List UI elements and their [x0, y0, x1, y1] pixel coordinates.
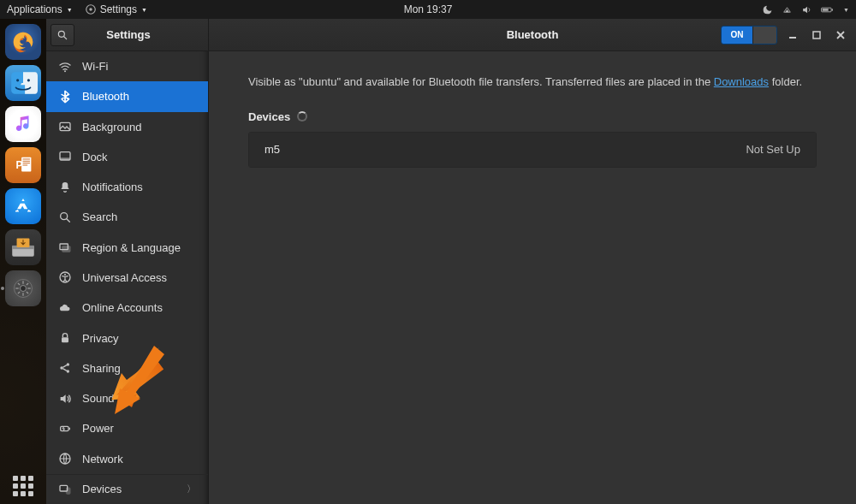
sidebar-item-label: Network — [82, 453, 123, 465]
dock-music[interactable] — [5, 106, 41, 142]
dock-show-applications[interactable] — [5, 468, 41, 504]
sidebar-item-label: Notifications — [82, 181, 143, 193]
bluetooth-description: Visible as "ubuntu" and available for Bl… — [248, 72, 817, 93]
content-pane: Visible as "ubuntu" and available for Bl… — [209, 51, 856, 504]
settings-window: Settings Bluetooth ON Wi-Fi — [46, 19, 856, 504]
bluetooth-icon — [58, 90, 72, 104]
headerbar: Settings Bluetooth ON — [46, 19, 856, 51]
sidebar-item-power[interactable]: Power — [46, 413, 208, 443]
close-button[interactable] — [832, 27, 849, 44]
dock-firefox[interactable] — [5, 24, 41, 60]
devices-heading: Devices — [248, 110, 817, 123]
sidebar-item-label: Online Accounts — [82, 301, 163, 314]
dock-system-installer[interactable] — [5, 229, 41, 265]
svg-rect-44 — [62, 337, 68, 342]
dock-settings[interactable] — [5, 270, 41, 306]
sidebar-item-bluetooth[interactable]: Bluetooth — [46, 81, 208, 111]
dock-app-store[interactable] — [5, 188, 41, 224]
sidebar-item-label: Dock — [82, 151, 108, 163]
active-app-menu[interactable]: Settings ▼ — [85, 3, 147, 15]
system-menu-chevron-icon[interactable]: ▼ — [843, 7, 849, 13]
sidebar-item-network[interactable]: Network — [46, 443, 208, 473]
dock-finder[interactable] — [5, 65, 41, 101]
cloud-icon — [58, 301, 72, 315]
svg-point-43 — [64, 274, 66, 276]
sidebar-item-label: Search — [82, 210, 117, 223]
bell-icon — [58, 181, 72, 194]
sidebar-item-background[interactable]: Background — [46, 112, 208, 142]
background-icon — [58, 120, 72, 133]
svg-rect-11 — [23, 161, 30, 162]
svg-line-29 — [64, 36, 67, 39]
share-icon — [58, 361, 72, 375]
network-indicator-icon[interactable] — [782, 4, 793, 15]
sidebar-item-label: Universal Access — [82, 271, 167, 284]
sidebar-item-sound[interactable]: Sound — [46, 383, 208, 413]
top-panel: Applications ▼ Settings ▼ Mon 19:37 ▼ — [0, 0, 856, 19]
sidebar-item-label: Wi-Fi — [82, 60, 108, 73]
svg-rect-37 — [60, 158, 70, 161]
device-list: m5 Not Set Up — [248, 132, 817, 168]
svg-text:P: P — [16, 159, 23, 171]
toggle-on-label: ON — [722, 27, 752, 44]
sidebar-item-label: Sharing — [82, 362, 121, 375]
sidebar-title: Settings — [74, 28, 208, 41]
scanning-spinner-icon — [297, 111, 307, 122]
minimize-button[interactable] — [784, 27, 801, 44]
sidebar-item-dock[interactable]: Dock — [46, 142, 208, 172]
sidebar-search-button[interactable] — [51, 24, 74, 46]
device-status: Not Set Up — [746, 143, 800, 156]
dock-icon — [58, 150, 72, 163]
sidebar-item-label: Power — [82, 422, 114, 435]
accessibility-icon — [58, 270, 72, 284]
sidebar-item-label: Devices — [82, 483, 122, 495]
svg-rect-49 — [69, 427, 70, 430]
globe-icon — [58, 240, 72, 254]
downloads-link[interactable]: Downloads — [714, 75, 769, 88]
night-light-icon[interactable] — [762, 4, 773, 15]
svg-point-8 — [27, 79, 30, 81]
bluetooth-toggle[interactable]: ON — [721, 26, 777, 44]
sidebar-item-notifications[interactable]: Notifications — [46, 172, 208, 202]
svg-rect-13 — [23, 165, 28, 166]
svg-rect-30 — [789, 37, 796, 39]
sidebar-item-wifi[interactable]: Wi-Fi — [46, 51, 208, 81]
wifi-icon — [58, 60, 72, 74]
applications-menu[interactable]: Applications ▼ — [7, 3, 73, 15]
svg-rect-52 — [66, 488, 70, 494]
dock: P — [0, 19, 46, 504]
svg-line-39 — [67, 219, 69, 222]
active-app-label: Settings — [100, 3, 137, 15]
sidebar-item-universal-access[interactable]: Universal Access — [46, 263, 208, 293]
sidebar-item-online-accounts[interactable]: Online Accounts — [46, 293, 208, 323]
device-name: m5 — [265, 143, 746, 156]
svg-rect-3 — [832, 9, 833, 10]
volume-indicator-icon[interactable] — [801, 4, 812, 15]
sound-icon — [58, 392, 72, 406]
svg-point-34 — [64, 70, 66, 72]
dock-presentations[interactable]: P — [5, 147, 41, 183]
svg-point-19 — [21, 286, 27, 292]
svg-rect-12 — [23, 163, 30, 163]
sidebar-item-label: Sound — [82, 392, 115, 405]
sidebar-item-search[interactable]: Search — [46, 202, 208, 232]
sidebar-item-devices[interactable]: Devices 〉 — [46, 474, 208, 504]
sidebar-item-sharing[interactable]: Sharing — [46, 353, 208, 383]
chevron-down-icon: ▼ — [141, 7, 147, 13]
maximize-button[interactable] — [808, 27, 825, 44]
sidebar-item-region-language[interactable]: Region & Language — [46, 233, 208, 263]
toggle-knob — [752, 27, 776, 44]
svg-rect-4 — [823, 9, 829, 10]
apps-grid-icon — [13, 476, 33, 496]
battery-indicator-icon[interactable] — [821, 4, 834, 15]
sidebar-item-label: Privacy — [82, 332, 119, 345]
sidebar-item-label: Bluetooth — [82, 90, 129, 103]
device-row[interactable]: m5 Not Set Up — [249, 133, 816, 167]
desc-text-pre: Visible as "ubuntu" and available for Bl… — [248, 75, 714, 88]
chevron-right-icon: 〉 — [187, 483, 196, 495]
headerbar-sidebar-section: Settings — [46, 19, 209, 50]
settings-icon — [85, 3, 97, 15]
svg-point-1 — [89, 8, 92, 11]
sidebar-item-privacy[interactable]: Privacy — [46, 323, 208, 353]
search-icon — [56, 29, 68, 41]
